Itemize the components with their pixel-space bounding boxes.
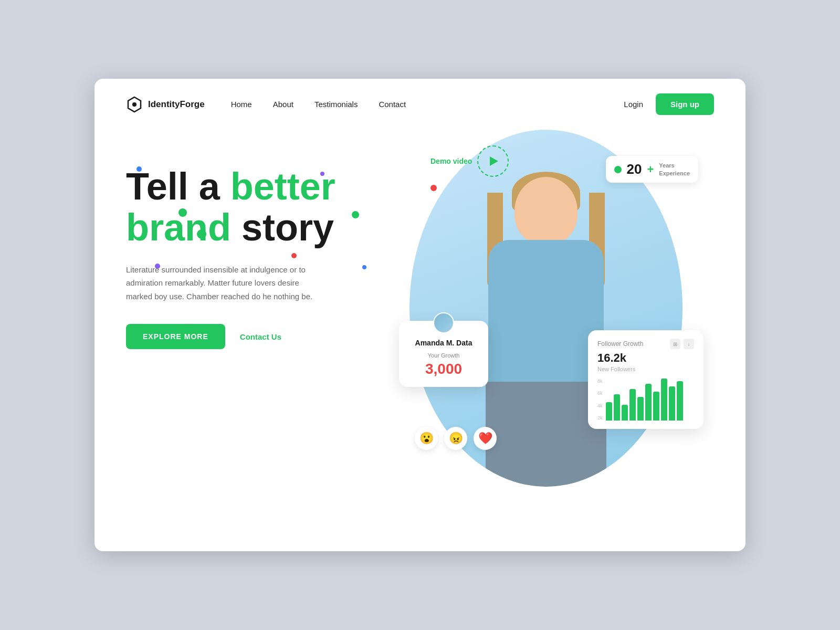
follower-title: Follower Growth <box>597 340 643 348</box>
title-brand: brand <box>126 206 231 248</box>
chart-bars <box>606 379 694 421</box>
chart-y-label: 2k <box>597 415 603 421</box>
nav-contact[interactable]: Contact <box>379 100 406 109</box>
chart-bar <box>677 381 683 421</box>
chart-bar <box>614 394 620 421</box>
title-part1: Tell a <box>126 165 230 207</box>
navbar: IdentityForge Home About Testimonials Co… <box>94 79 746 124</box>
chart-y-label: 4k <box>597 403 603 408</box>
person-head <box>514 177 578 245</box>
login-button[interactable]: Login <box>624 100 643 109</box>
browser-window: IdentityForge Home About Testimonials Co… <box>94 79 746 551</box>
exp-text: Years Experience <box>659 162 690 177</box>
person-body <box>488 240 604 397</box>
title-green1: better <box>230 165 335 207</box>
explore-button[interactable]: EXPLORE MORE <box>126 324 225 349</box>
amanda-avatar <box>433 312 454 333</box>
follower-count: 16.2k <box>597 351 694 365</box>
follower-count-label: New Followers <box>597 366 694 372</box>
chart-bar <box>653 392 659 421</box>
hero-title: Tell a better brand story <box>126 166 399 248</box>
amanda-avatar-image <box>434 313 453 332</box>
chart-bar <box>637 397 644 421</box>
emoji-reaction[interactable]: 😠 <box>444 427 467 450</box>
chart-bar <box>669 386 675 421</box>
chart-y-labels: 8k6k4k2k <box>597 379 603 421</box>
hero-actions: EXPLORE MORE Contact Us <box>126 324 399 349</box>
demo-circle[interactable] <box>477 145 509 177</box>
amanda-card: Amanda M. Data Your Growth 3,000 <box>399 321 488 387</box>
exp-plus: + <box>647 163 654 176</box>
nav-home[interactable]: Home <box>231 100 252 109</box>
chart-bar <box>645 384 652 421</box>
emoji-row: 😮😠❤️ <box>415 427 497 450</box>
hero-description: Literature surrounded insensible at indu… <box>126 263 326 303</box>
grid-icon[interactable]: ⊞ <box>670 339 680 349</box>
chart-y-label: 6k <box>597 391 603 396</box>
exp-dot <box>614 166 622 173</box>
contact-link[interactable]: Contact Us <box>240 332 281 341</box>
hero-left: Tell a better brand story Literature sur… <box>126 135 399 349</box>
chart-y-label: 8k <box>597 379 603 384</box>
growth-label: Your Growth <box>411 352 477 359</box>
emoji-reaction[interactable]: ❤️ <box>474 427 497 450</box>
nav-actions: Login Sign up <box>624 93 714 115</box>
title-story: story <box>231 206 334 248</box>
svg-point-1 <box>132 102 136 107</box>
download-icon[interactable]: ↓ <box>684 339 694 349</box>
chart-bar <box>606 402 612 421</box>
chart-bar <box>622 405 628 421</box>
follower-header: Follower Growth ⊞ ↓ <box>597 339 694 349</box>
logo[interactable]: IdentityForge <box>126 96 205 113</box>
nav-about[interactable]: About <box>273 100 293 109</box>
exp-number: 20 <box>627 161 642 177</box>
play-icon <box>490 156 498 166</box>
nav-testimonials[interactable]: Testimonials <box>314 100 358 109</box>
exp-years: Years <box>659 162 690 169</box>
exp-experience: Experience <box>659 170 690 177</box>
demo-video-badge[interactable]: Demo video <box>430 145 509 177</box>
logo-text: IdentityForge <box>148 99 205 110</box>
hero-section: Tell a better brand story Literature sur… <box>94 124 746 534</box>
logo-icon <box>126 96 143 113</box>
follower-icons: ⊞ ↓ <box>670 339 694 349</box>
nav-links: Home About Testimonials Contact <box>231 100 624 109</box>
hero-right: Demo video <box>399 135 714 513</box>
follower-card: Follower Growth ⊞ ↓ 16.2k New Followers … <box>588 330 704 429</box>
chart-bar <box>629 389 636 421</box>
emoji-reaction[interactable]: 😮 <box>415 427 438 450</box>
signup-button[interactable]: Sign up <box>656 93 714 115</box>
demo-label: Demo video <box>430 157 472 165</box>
growth-number: 3,000 <box>411 361 477 377</box>
chart-bar <box>661 379 667 421</box>
experience-badge: 20+ Years Experience <box>606 156 698 183</box>
bar-chart: 8k6k4k2k <box>597 379 694 421</box>
amanda-name: Amanda M. Data <box>411 339 477 347</box>
